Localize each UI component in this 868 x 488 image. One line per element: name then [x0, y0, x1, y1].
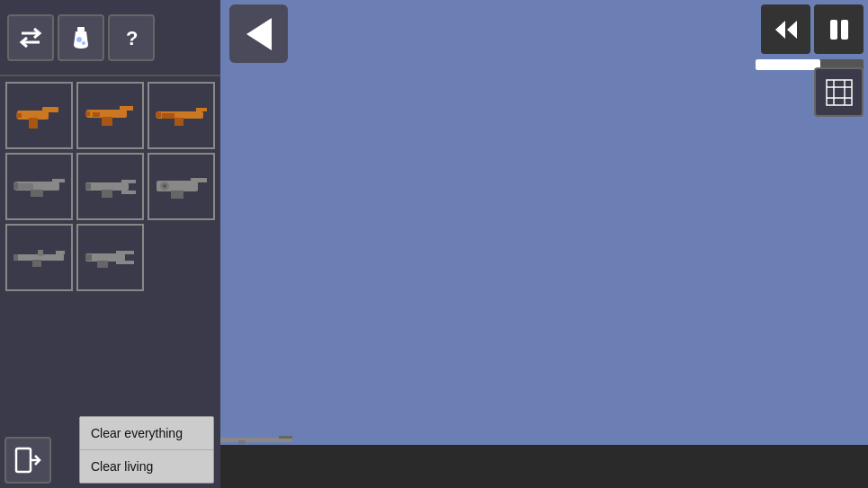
svg-rect-20	[174, 118, 183, 126]
svg-rect-32	[85, 183, 91, 190]
svg-rect-58	[827, 80, 852, 105]
svg-rect-27	[13, 182, 18, 190]
svg-rect-31	[102, 190, 112, 198]
svg-rect-35	[171, 191, 183, 199]
svg-rect-12	[16, 113, 22, 118]
svg-point-7	[82, 41, 85, 45]
svg-rect-19	[196, 108, 207, 111]
svg-rect-17	[85, 111, 90, 116]
weapon-cell-sniper[interactable]	[5, 224, 73, 291]
svg-rect-29	[121, 180, 136, 183]
svg-rect-14	[120, 106, 133, 111]
svg-rect-15	[102, 117, 112, 126]
svg-rect-5	[77, 27, 85, 31]
swap-button[interactable]	[7, 14, 54, 61]
back-button[interactable]	[229, 4, 288, 63]
pause-button[interactable]	[814, 4, 864, 54]
svg-rect-11	[29, 118, 38, 129]
svg-point-37	[163, 184, 166, 188]
svg-rect-52	[830, 20, 837, 40]
svg-rect-48	[16, 448, 31, 472]
ground-weapon	[220, 432, 310, 443]
svg-rect-41	[38, 250, 43, 256]
top-toolbar: ?	[0, 0, 220, 76]
svg-rect-34	[191, 178, 207, 182]
help-button[interactable]: ?	[108, 14, 155, 61]
context-menu: Clear everything Clear living	[79, 416, 214, 484]
svg-rect-13	[86, 110, 127, 118]
rewind-button[interactable]	[761, 4, 810, 54]
svg-rect-10	[42, 107, 58, 112]
clear-everything-button[interactable]: Clear everything	[80, 417, 213, 450]
svg-rect-46	[97, 261, 108, 268]
svg-rect-40	[32, 260, 41, 267]
svg-rect-16	[93, 112, 100, 117]
weapon-cell-machinegun[interactable]	[5, 153, 73, 220]
playback-controls	[761, 4, 864, 54]
top-right-controls	[756, 4, 864, 70]
game-area	[220, 0, 868, 488]
svg-rect-21	[162, 113, 174, 119]
weapon-grid	[0, 76, 220, 297]
svg-rect-1	[279, 436, 292, 439]
svg-rect-42	[13, 254, 18, 261]
svg-rect-47	[85, 254, 92, 261]
svg-rect-44	[116, 251, 134, 254]
weapon-cell-shotgun[interactable]	[76, 153, 144, 220]
exit-button[interactable]	[4, 437, 51, 484]
weapon-cell-pistol[interactable]	[5, 82, 73, 149]
svg-rect-2	[238, 440, 246, 444]
ground	[220, 445, 868, 488]
svg-rect-26	[17, 183, 33, 190]
svg-rect-39	[56, 251, 65, 254]
svg-marker-50	[775, 21, 785, 39]
svg-rect-30	[121, 191, 136, 194]
svg-rect-53	[841, 20, 848, 40]
svg-marker-51	[787, 21, 797, 39]
weapon-cell-minigun[interactable]	[76, 224, 144, 291]
weapon-cell-smg[interactable]	[76, 82, 144, 149]
svg-rect-28	[85, 182, 129, 191]
item-button[interactable]	[58, 14, 104, 61]
sidebar: ?	[0, 0, 220, 488]
weapon-cell-heavy[interactable]	[148, 153, 215, 220]
svg-rect-25	[31, 190, 43, 197]
svg-text:?: ?	[126, 27, 138, 49]
grid-toggle-button[interactable]	[814, 67, 864, 117]
svg-rect-24	[52, 179, 65, 182]
progress-bar	[756, 59, 820, 70]
svg-point-6	[76, 37, 82, 42]
clear-living-button[interactable]: Clear living	[80, 450, 213, 483]
weapon-cell-rifle[interactable]	[148, 82, 215, 149]
svg-rect-45	[116, 261, 134, 264]
svg-rect-22	[156, 112, 161, 118]
back-arrow-icon	[246, 18, 272, 50]
